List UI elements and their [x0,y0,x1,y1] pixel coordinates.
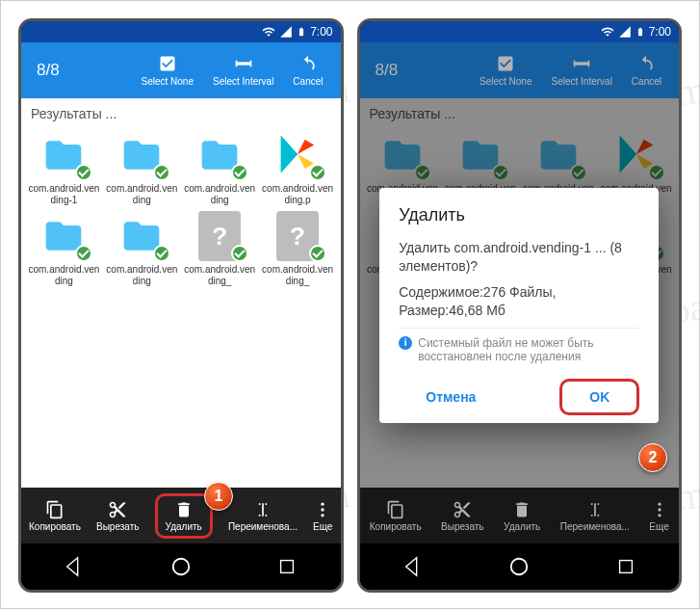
selection-appbar: 8/8 Select None Select Interval Cancel [360,42,680,98]
file-label: com.android.vending.p [261,181,335,206]
selected-check-icon [309,245,326,262]
svg-rect-7 [281,561,294,573]
selected-check-icon [492,164,509,181]
select-none-button[interactable]: Select None [472,54,539,87]
svg-point-13 [658,514,661,516]
signal-icon [618,25,632,39]
rename-button[interactable]: Переименова... [560,500,630,532]
nav-back-icon[interactable] [64,556,85,577]
file-label: com.android.vending-1 [27,181,101,206]
svg-point-12 [658,508,661,511]
cancel-button[interactable]: Cancel [624,54,669,87]
nav-recent-icon[interactable] [276,556,298,577]
file-item[interactable]: com.android.vending_ [261,210,335,287]
file-label: com.android.vending [105,181,179,206]
svg-rect-1 [235,61,237,67]
copy-button[interactable]: Копировать [370,500,422,532]
bottom-toolbar: Копировать Вырезать Удалить Переименова.… [360,488,680,543]
cut-button[interactable]: Вырезать [96,500,139,532]
svg-point-11 [658,502,661,505]
file-item[interactable]: com.android.vending [105,129,179,206]
svg-point-5 [322,514,324,516]
nav-home-icon[interactable] [508,556,530,577]
svg-rect-8 [575,62,589,65]
file-item[interactable]: com.android.vending.p [261,129,335,206]
trash-icon [512,500,531,519]
signal-icon [279,25,293,39]
file-item[interactable]: com.android.vending [183,129,257,206]
file-label: com.android.vending [27,262,101,287]
selected-check-icon [231,245,248,262]
dialog-message-2: Содержимое:276 Файлы, Размер:46,68 Мб [399,283,639,320]
clock: 7:00 [310,25,332,39]
selected-check-icon [309,164,326,181]
file-grid-area: Результаты ... com.android.vending-1com.… [21,98,341,522]
svg-rect-15 [619,561,632,573]
status-bar: 7:00 [360,21,680,42]
selected-check-icon [153,245,170,262]
info-icon: i [399,336,412,350]
file-item[interactable]: com.android.vending-1 [27,129,101,206]
android-navbar [21,543,341,590]
svg-rect-2 [249,61,251,67]
nav-home-icon[interactable] [170,556,192,577]
cancel-button[interactable]: Cancel [285,54,330,87]
select-none-button[interactable]: Select None [134,54,201,87]
delete-confirm-dialog: Удалить Удалить com.android.vending-1 ..… [379,188,659,423]
selected-check-icon [75,245,92,262]
dialog-message-1: Удалить com.android.vending-1 ... (8 эле… [399,239,639,276]
phone-left: 7:00 8/8 Select None Select Interval Can… [18,18,344,593]
step-marker-2: 2 [638,443,667,472]
svg-point-4 [322,508,324,511]
file-item[interactable]: com.android.vending_ [183,210,257,287]
svg-rect-10 [588,61,590,67]
delete-button[interactable]: Удалить [504,500,540,532]
selected-check-icon [570,164,587,181]
select-interval-button[interactable]: Select Interval [543,54,619,87]
file-item[interactable]: com.android.vending [105,210,179,287]
svg-rect-0 [236,62,250,65]
dialog-cancel-button[interactable]: Отмена [399,379,503,415]
more-button[interactable]: Еще [649,500,668,532]
file-label: com.android.vending_ [183,262,257,287]
dialog-title: Удалить [399,205,639,225]
selected-check-icon [153,164,170,181]
nav-back-icon[interactable] [402,556,424,577]
selection-appbar: 8/8 Select None Select Interval Cancel [21,42,341,98]
rename-button[interactable]: Переименова... [228,500,298,532]
file-label: com.android.vending [183,181,257,206]
selected-check-icon [231,164,248,181]
battery-icon [297,25,306,39]
dialog-warning: i Системный файл не может быть восстанов… [399,328,639,363]
selected-check-icon [75,164,92,181]
breadcrumb: Результаты ... [21,98,341,125]
status-bar: 7:00 [21,21,341,42]
android-navbar [360,543,680,590]
selected-check-icon [414,164,431,181]
copy-button[interactable]: Копировать [29,500,81,532]
file-item[interactable]: com.android.vending [27,210,101,287]
file-label: com.android.vending_ [261,262,335,287]
dialog-ok-button[interactable]: OK [559,379,639,415]
cut-button[interactable]: Вырезать [441,500,483,532]
select-interval-button[interactable]: Select Interval [205,54,281,87]
tutorial-composite: Soringpcrepair.Com Soringpcrepair.Com So… [0,0,700,609]
selected-check-icon [648,164,665,181]
battery-icon [635,25,645,39]
svg-point-3 [322,502,324,505]
bottom-toolbar: Копировать Вырезать Удалить Переименова.… [21,488,341,543]
svg-point-14 [511,559,528,575]
svg-point-6 [173,559,190,575]
file-label: com.android.vending [105,262,179,287]
phone-right: 7:00 8/8 Select None Select Interval Can… [357,18,683,593]
breadcrumb: Результаты ... [360,98,680,125]
step-marker-1: 1 [204,482,233,511]
trash-icon [174,500,194,519]
nav-recent-icon[interactable] [615,556,636,577]
clock: 7:00 [649,25,671,39]
wifi-icon [262,25,275,39]
svg-rect-9 [574,61,576,67]
more-button[interactable]: Еще [313,500,332,532]
selection-counter: 8/8 [37,61,60,80]
wifi-icon [601,25,614,39]
